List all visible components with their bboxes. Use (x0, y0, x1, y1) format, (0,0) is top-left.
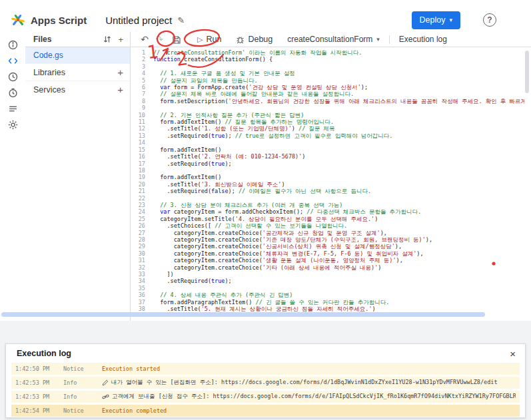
code-text: // 설문지 파일의 제목을 만듭니다. (153, 77, 258, 84)
line-number: 18 (131, 167, 153, 174)
line-number: 37 (131, 299, 153, 306)
code-line: 36 // 4. 상세 내용 주관식 추가 (주관식 긴 답변) (131, 292, 524, 298)
sort-files-icon[interactable] (103, 35, 111, 43)
editor-vertical-scrollbar[interactable] (525, 51, 529, 93)
function-selector[interactable]: createConsultationForm ▾ (287, 35, 380, 44)
code-text: categoryItem.setTitle('4. 상담이 필요하신 분야를 모… (153, 216, 378, 222)
code-text: categoryItem.createChoice('체류자격 변경(E-7, … (153, 250, 424, 257)
apps-script-logo-icon (11, 13, 25, 27)
code-line: 14 (131, 139, 524, 146)
code-text: ]) (153, 271, 174, 278)
header-actions: Deploy ▾ ? (412, 11, 520, 29)
code-line: 33 ]) (131, 271, 524, 278)
line-number: 20 (131, 181, 153, 188)
deploy-caret-icon: ▾ (449, 17, 452, 23)
line-number: 15 (131, 146, 153, 153)
code-line: 38 .setTitle('5. 현재 계시는 상황이나 궁금하신 점을 자세히… (131, 306, 524, 312)
line-number: 2 (131, 56, 153, 63)
code-text: categoryItem.createChoice('생활 운동 설계 (나이운… (153, 257, 403, 264)
code-text: form.addTextItem() (153, 174, 221, 180)
code-text: categoryItem.createChoice('신공서비스(상치) 위촉 … (153, 243, 402, 250)
code-line: 28 categoryItem.createChoice('기존 매장 양도/단… (131, 236, 524, 243)
code-line: 29 categoryItem.createChoice('신공서비스(상치) … (131, 243, 524, 250)
files-panel: Files + Code.gs Libraries + Services + (25, 32, 131, 321)
add-service-icon[interactable]: + (117, 84, 123, 95)
code-text (153, 195, 157, 202)
undo-icon[interactable]: ↶ (137, 34, 152, 45)
rename-project-icon[interactable]: ✎ (177, 15, 185, 25)
code-text: .setRequired(true); // true로 설정하면 고객이 필수… (153, 132, 392, 139)
code-line: 2function createConsultationForm() { (131, 56, 524, 63)
code-editor[interactable]: 1// 'createConsultationForm' 이라는 이름의 자동화… (131, 49, 524, 312)
save-icon[interactable] (169, 34, 184, 45)
line-number: 31 (131, 257, 153, 264)
execution-log-toggle[interactable]: Execution log (399, 35, 447, 44)
log-row: 1:42:50 PMNoticeExecution started (11, 363, 520, 375)
nav-editor-icon[interactable] (4, 56, 21, 66)
line-number: 25 (131, 216, 153, 222)
editor-horizontal-scrollbar[interactable] (1, 312, 485, 317)
nav-triggers-icon[interactable] (4, 72, 21, 82)
code-line: 4 // 1. 새로운 구글 폼 생성 및 기본 안내문 설정 (131, 70, 524, 77)
line-number: 35 (131, 285, 153, 292)
execution-log-panel: Execution log × 1:42:50 PMNoticeExecutio… (5, 343, 526, 418)
help-icon[interactable]: ? (483, 13, 496, 27)
line-number: 23 (131, 202, 153, 208)
project-title[interactable]: Untitled project (105, 15, 172, 26)
add-library-icon[interactable]: + (117, 67, 123, 78)
code-line: 11 form.addTextItem() // 질문 항목을 추가하는 명령어… (131, 118, 524, 125)
redo-icon[interactable]: ↷ (152, 34, 167, 45)
code-text: categoryItem.createChoice('기존 매장 양도/단체가 … (153, 236, 432, 243)
log-row: 1:42:54 PMNoticeExecution completed (11, 405, 520, 417)
files-header: Files + (25, 32, 130, 47)
line-number: 38 (131, 306, 153, 312)
code-text: categoryItem.createChoice('기타 (아래 상세 내용에… (153, 264, 381, 271)
code-line: 10 // 2. 기본 인적사항 질문 추가 (주관식 짧은 답변) (131, 112, 524, 118)
log-message: 내가 열어볼 수 있는 [편집화면 주소]: https://docs.goog… (102, 379, 498, 387)
nav-overview-icon[interactable] (4, 40, 21, 50)
run-button[interactable]: ▷ Run (197, 35, 221, 44)
debug-button[interactable]: Debug (236, 35, 272, 44)
line-number: 5 (131, 77, 153, 84)
log-level: Info (63, 393, 102, 400)
code-line: 35 (131, 285, 524, 292)
line-number: 3 (131, 63, 153, 70)
add-file-icon[interactable]: + (118, 35, 123, 45)
deploy-button[interactable]: Deploy ▾ (412, 11, 460, 29)
code-line: 7 // 설문지 제목 바로 아래에 들어갈 안내문과 같은 내용을 설정합니다… (131, 91, 524, 97)
log-timestamp: 1:42:50 PM (15, 365, 63, 372)
code-text: .setRequired(true); (153, 278, 232, 284)
code-text: .setTitle('2. 연락처 (예: 010-1234-5678)') (153, 153, 305, 160)
code-line: 23 // 3. 신청 상담 분야 체크리스트 추가 (여러 개 중복 선택 가… (131, 202, 524, 208)
line-number: 11 (131, 118, 153, 125)
line-number: 12 (131, 125, 153, 132)
nav-processes-icon[interactable] (4, 104, 21, 114)
line-number: 14 (131, 139, 153, 146)
log-level: Notice (63, 365, 102, 372)
code-line: 8 form.setDescription('안녕하세요. 회원님의 건강한 성… (131, 98, 524, 105)
code-line: 32 categoryItem.createChoice('기타 (아래 상세 … (131, 264, 524, 271)
sidebar-section-libraries[interactable]: Libraries + (25, 63, 130, 81)
code-text: // 3. 신청 상담 분야 체크리스트 추가 (여러 개 중복 선택 가능) (153, 202, 342, 208)
page: { "colors": { "accent_blue": "#1a73e8", … (0, 0, 531, 420)
sidebar-section-services[interactable]: Services + (25, 81, 130, 98)
code-text (153, 105, 157, 111)
code-text: var categoryItem = form.addCheckboxItem(… (153, 208, 421, 215)
execution-log-header: Execution log × (6, 344, 525, 363)
code-text: // 2. 기본 인적사항 질문 추가 (주관식 짧은 답변) (153, 112, 304, 118)
run-label: Run (206, 35, 221, 44)
nav-executions-icon[interactable] (4, 88, 21, 98)
line-number: 9 (131, 105, 153, 111)
line-number: 13 (131, 132, 153, 139)
log-timestamp: 1:42:53 PM (15, 393, 63, 400)
code-text: form.addParagraphTextItem() // 긴 글을 쓸 수 … (153, 299, 389, 306)
line-number: 21 (131, 188, 153, 194)
log-timestamp: 1:42:54 PM (15, 407, 63, 414)
close-icon[interactable]: × (510, 348, 516, 359)
log-message: Execution completed (102, 407, 167, 414)
file-item-codegs[interactable]: Code.gs (25, 47, 130, 63)
code-text: .setTitle('5. 현재 계시는 상황이나 궁금하신 점을 자세히 적어… (153, 306, 376, 312)
nav-settings-icon[interactable] (4, 120, 21, 130)
code-line: 19 form.addTextItem() (131, 174, 524, 180)
code-line: 25 categoryItem.setTitle('4. 상담이 필요하신 분야… (131, 216, 524, 222)
